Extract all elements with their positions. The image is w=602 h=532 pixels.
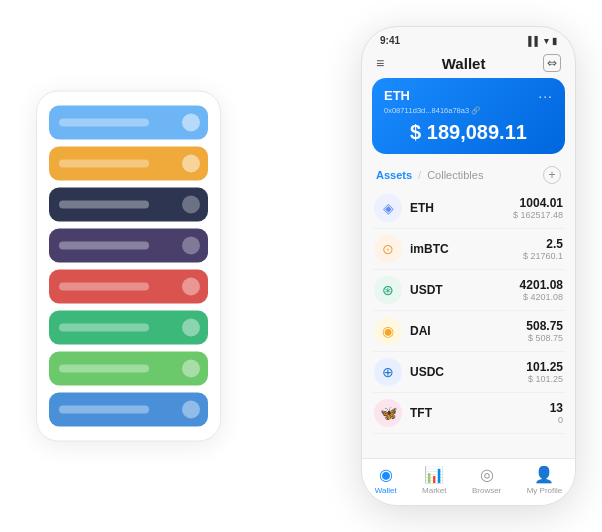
nav-label-wallet: Wallet	[375, 486, 397, 495]
balance-card: ETH ··· 0x08711d3d...8416a78a3 🔗 $ 189,0…	[372, 78, 565, 154]
asset-item-eth[interactable]: ◈ETH1004.01$ 162517.48	[372, 188, 565, 229]
asset-values-usdc: 101.25$ 101.25	[526, 360, 563, 384]
card-row-3	[49, 229, 208, 263]
row-icon-2	[182, 196, 200, 214]
nav-icon-browser: ◎	[480, 465, 494, 484]
card-row-4	[49, 270, 208, 304]
tab-divider: /	[418, 169, 421, 181]
back-card	[36, 91, 221, 442]
asset-icon-usdc: ⊕	[374, 358, 402, 386]
page-title: Wallet	[442, 55, 486, 72]
asset-amount-imbtc: 2.5	[523, 237, 563, 251]
nav-label-browser: Browser	[472, 486, 501, 495]
nav-item-my-profile[interactable]: 👤My Profile	[527, 465, 563, 495]
nav-item-browser[interactable]: ◎Browser	[472, 465, 501, 495]
asset-name-eth: ETH	[410, 201, 513, 215]
balance-more-icon[interactable]: ···	[538, 88, 553, 104]
menu-icon[interactable]: ≡	[376, 55, 384, 71]
asset-item-tft[interactable]: 🦋TFT130	[372, 393, 565, 434]
asset-values-imbtc: 2.5$ 21760.1	[523, 237, 563, 261]
row-label-7	[59, 406, 149, 414]
phone-mockup: 9:41 ▌▌ ▾ ▮ ≡ Wallet ⇔ ETH ··· 0x08711d3…	[361, 26, 576, 506]
asset-item-usdt[interactable]: ⊛USDT4201.08$ 4201.08	[372, 270, 565, 311]
row-icon-1	[182, 155, 200, 173]
asset-amount-tft: 13	[550, 401, 563, 415]
row-label-3	[59, 242, 149, 250]
asset-usd-tft: 0	[550, 415, 563, 425]
card-row-7	[49, 393, 208, 427]
row-icon-4	[182, 278, 200, 296]
asset-amount-dai: 508.75	[526, 319, 563, 333]
status-time: 9:41	[380, 35, 400, 46]
asset-usd-dai: $ 508.75	[526, 333, 563, 343]
scene: 9:41 ▌▌ ▾ ▮ ≡ Wallet ⇔ ETH ··· 0x08711d3…	[16, 16, 586, 516]
row-label-2	[59, 201, 149, 209]
asset-name-tft: TFT	[410, 406, 550, 420]
row-label-1	[59, 160, 149, 168]
balance-amount: $ 189,089.11	[384, 121, 553, 144]
asset-name-imbtc: imBTC	[410, 242, 523, 256]
asset-values-tft: 130	[550, 401, 563, 425]
nav-icon-wallet: ◉	[379, 465, 393, 484]
asset-amount-usdc: 101.25	[526, 360, 563, 374]
row-icon-0	[182, 114, 200, 132]
nav-label-market: Market	[422, 486, 446, 495]
row-label-6	[59, 365, 149, 373]
asset-icon-dai: ◉	[374, 317, 402, 345]
assets-header: Assets / Collectibles +	[362, 162, 575, 188]
asset-usd-usdt: $ 4201.08	[520, 292, 563, 302]
asset-list: ◈ETH1004.01$ 162517.48⊙imBTC2.5$ 21760.1…	[362, 188, 575, 458]
row-label-4	[59, 283, 149, 291]
bottom-nav: ◉Wallet📊Market◎Browser👤My Profile	[362, 458, 575, 505]
asset-icon-eth: ◈	[374, 194, 402, 222]
expand-icon[interactable]: ⇔	[543, 54, 561, 72]
asset-item-usdc[interactable]: ⊕USDC101.25$ 101.25	[372, 352, 565, 393]
nav-label-my-profile: My Profile	[527, 486, 563, 495]
asset-icon-tft: 🦋	[374, 399, 402, 427]
asset-name-usdc: USDC	[410, 365, 526, 379]
asset-values-dai: 508.75$ 508.75	[526, 319, 563, 343]
asset-icon-usdt: ⊛	[374, 276, 402, 304]
card-row-1	[49, 147, 208, 181]
tab-collectibles[interactable]: Collectibles	[427, 169, 483, 181]
asset-values-eth: 1004.01$ 162517.48	[513, 196, 563, 220]
tab-assets[interactable]: Assets	[376, 169, 412, 181]
asset-usd-imbtc: $ 21760.1	[523, 251, 563, 261]
assets-tabs: Assets / Collectibles	[376, 169, 483, 181]
phone-header: ≡ Wallet ⇔	[362, 50, 575, 78]
asset-amount-usdt: 4201.08	[520, 278, 563, 292]
asset-name-dai: DAI	[410, 324, 526, 338]
asset-name-usdt: USDT	[410, 283, 520, 297]
balance-currency: ETH	[384, 88, 410, 103]
nav-item-wallet[interactable]: ◉Wallet	[375, 465, 397, 495]
row-icon-3	[182, 237, 200, 255]
nav-icon-my-profile: 👤	[534, 465, 554, 484]
asset-values-usdt: 4201.08$ 4201.08	[520, 278, 563, 302]
card-row-2	[49, 188, 208, 222]
status-bar: 9:41 ▌▌ ▾ ▮	[362, 27, 575, 50]
row-icon-5	[182, 319, 200, 337]
asset-item-dai[interactable]: ◉DAI508.75$ 508.75	[372, 311, 565, 352]
row-icon-6	[182, 360, 200, 378]
status-icons: ▌▌ ▾ ▮	[528, 36, 557, 46]
asset-item-imbtc[interactable]: ⊙imBTC2.5$ 21760.1	[372, 229, 565, 270]
card-row-5	[49, 311, 208, 345]
asset-icon-imbtc: ⊙	[374, 235, 402, 263]
balance-card-top: ETH ···	[384, 88, 553, 104]
nav-icon-market: 📊	[424, 465, 444, 484]
add-asset-button[interactable]: +	[543, 166, 561, 184]
nav-item-market[interactable]: 📊Market	[422, 465, 446, 495]
row-label-5	[59, 324, 149, 332]
card-row-0	[49, 106, 208, 140]
asset-usd-usdc: $ 101.25	[526, 374, 563, 384]
asset-amount-eth: 1004.01	[513, 196, 563, 210]
row-label-0	[59, 119, 149, 127]
balance-address: 0x08711d3d...8416a78a3 🔗	[384, 106, 553, 115]
card-row-6	[49, 352, 208, 386]
asset-usd-eth: $ 162517.48	[513, 210, 563, 220]
row-icon-7	[182, 401, 200, 419]
